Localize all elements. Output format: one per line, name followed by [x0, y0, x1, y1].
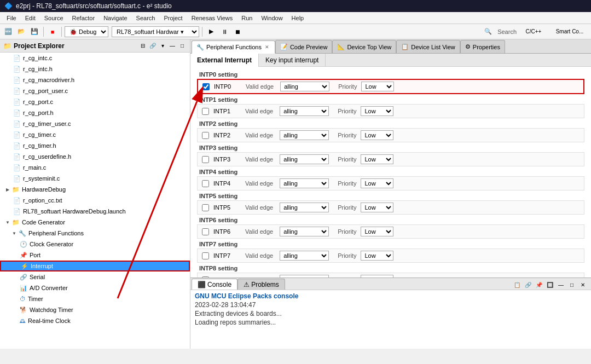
tree-item-interrupt[interactable]: ⚡ Interrupt [0, 261, 190, 271]
tree-item-timer[interactable]: ⏱ Timer [0, 293, 190, 304]
intp1-priority-select[interactable]: Low [361, 106, 393, 116]
tree-item-rl78-launch[interactable]: 📄 RL78_softuart HardwareDebug.launch [0, 206, 190, 217]
tree-label: Real-time Clock [28, 317, 71, 324]
intp4-checkbox[interactable] [202, 180, 209, 187]
tree-item-r_cg_timer_c[interactable]: 📄 r_cg_timer.c [0, 129, 190, 140]
intp5-checkbox[interactable] [202, 204, 209, 211]
intp2-valid-edge-select[interactable]: alling [280, 130, 329, 140]
tab-peripheral-functions[interactable]: 🔧 Peripheral Functions ✕ [192, 41, 275, 54]
menu-renesas[interactable]: Renesas Views [187, 14, 237, 22]
cc-btn[interactable]: C/C++ [520, 26, 547, 38]
tree-item-r_systeminit[interactable]: 📄 r_systeminit.c [0, 173, 190, 184]
menu-run[interactable]: Run [237, 14, 257, 22]
tab-device-top[interactable]: 📐 Device Top View [332, 40, 396, 53]
intp1-checkbox[interactable] [202, 108, 209, 115]
toolbar-open-btn[interactable]: 📂 [15, 26, 27, 38]
inner-tab-external-interrupt[interactable]: External Interrupt [190, 54, 259, 67]
menu-file[interactable]: File [2, 14, 21, 22]
intp7-checkbox[interactable] [202, 252, 209, 259]
tree-item-r_cg_timer_user[interactable]: 📄 r_cg_timer_user.c [0, 118, 190, 129]
intp0-priority-select[interactable]: Low Medium High [361, 82, 394, 91]
toolbar-stop2-btn[interactable]: ⏹ [231, 26, 244, 38]
hardware-select[interactable]: RL78_softuart Hardwar ▾ [112, 26, 199, 37]
console-action-4[interactable]: 🔲 [545, 280, 555, 290]
console-close[interactable]: ✕ [578, 280, 588, 290]
tree-item-r_cg_timer_h[interactable]: 📄 r_cg_timer.h [0, 140, 190, 151]
tree-item-serial[interactable]: 🔗 Serial [0, 271, 190, 282]
intp6-priority-select[interactable]: Low [361, 227, 393, 236]
titlebar-icon: 🔷 [4, 2, 13, 10]
menu-navigate[interactable]: Navigate [99, 14, 131, 22]
tree-item-r_cg_userdefine[interactable]: 📄 r_cg_userdefine.h [0, 151, 190, 162]
menu-project[interactable]: Project [159, 14, 187, 22]
intp3-checkbox[interactable] [202, 156, 209, 163]
intp6-priority-label: Priority [338, 228, 356, 235]
toolbar-stop-btn[interactable]: ■ [47, 26, 59, 38]
intp5-priority-select[interactable]: Low [361, 203, 393, 212]
intp6-valid-edge-select[interactable]: alling [280, 227, 329, 236]
intp7-priority-select[interactable]: Low [361, 251, 393, 261]
toolbar-pause-btn[interactable]: ⏸ [218, 26, 230, 38]
tree-item-r_cg_macrodriver[interactable]: 📄 r_cg_macrodriver.h [0, 74, 190, 85]
smart-co-btn[interactable]: Smart Co... [551, 26, 589, 38]
search-toolbar-btn[interactable]: 🔍 [482, 26, 494, 38]
bottom-tab-problems[interactable]: ⚠ Problems [237, 279, 285, 290]
tab-properties[interactable]: ⚙ Properties [460, 40, 505, 53]
inner-tab-key-input[interactable]: Key input interrupt [259, 54, 326, 67]
tree-item-r_main[interactable]: 📄 r_main.c [0, 162, 190, 173]
menu-window[interactable]: Window [257, 14, 287, 22]
tree-item-r_cg_intc_c[interactable]: 📄 r_cg_intc.c [0, 53, 190, 63]
tree-item-clock-generator[interactable]: 🕐 Clock Generator [0, 239, 190, 250]
tree-item-watchdog[interactable]: 🐕 Watchdog Timer [0, 304, 190, 315]
tree-item-r_cg_intc_h[interactable]: 📄 r_cg_intc.h [0, 63, 190, 74]
tree-item-peripheral-functions[interactable]: ▼ 🔧 Peripheral Functions [0, 228, 190, 239]
bottom-tab-console[interactable]: ⬛ Console [192, 279, 237, 290]
tab-device-list[interactable]: 📋 Device List View [396, 40, 460, 53]
intp4-priority-select[interactable]: Low [361, 178, 393, 188]
tree-item-r_cg_port_c[interactable]: 📄 r_cg_port.c [0, 96, 190, 107]
collapse-all-btn[interactable]: ⊟ [138, 42, 147, 50]
tab-close-icon[interactable]: ✕ [264, 44, 270, 50]
tree-item-realtime-clock[interactable]: 🕰 Real-time Clock [0, 315, 190, 326]
intp5-valid-edge-select[interactable]: alling [280, 203, 329, 212]
menu-refactor[interactable]: Refactor [68, 14, 100, 22]
intp0-checkbox[interactable] [202, 83, 210, 90]
intp2-checkbox[interactable] [202, 132, 209, 139]
pf-icon: 🔧 [19, 230, 26, 237]
menu-source[interactable]: Source [40, 14, 68, 22]
intp6-checkbox[interactable] [202, 228, 209, 235]
tree-item-r_option[interactable]: 📄 r_option_cc.txt [0, 195, 190, 206]
debug-select[interactable]: 🐞 Debug [65, 26, 108, 37]
console-minimize[interactable]: — [556, 280, 566, 290]
file-icon: 📄 [13, 208, 21, 215]
tree-item-hardware-debug[interactable]: ▶ 📁 HardwareDebug [0, 184, 190, 195]
intp3-priority-select[interactable]: Low [361, 154, 393, 164]
intp1-valid-edge-select[interactable]: alling [280, 106, 329, 116]
console-action-3[interactable]: 📌 [534, 280, 544, 290]
menu-help[interactable]: Help [287, 14, 309, 22]
tree-item-ad-converter[interactable]: 📊 A/D Converter [0, 282, 190, 293]
view-menu-btn[interactable]: ▾ [158, 42, 167, 50]
toolbar-new-btn[interactable]: 🆕 [2, 26, 14, 38]
intp2-priority-select[interactable]: Low [361, 130, 393, 140]
menu-search[interactable]: Search [132, 14, 160, 22]
tree-item-r_cg_port_h[interactable]: 📄 r_cg_port.h [0, 107, 190, 118]
tab-dl-label: Device List View [411, 44, 455, 50]
tree-item-code-generator[interactable]: ▼ 📁 Code Generator [0, 217, 190, 228]
intp7-valid-edge-select[interactable]: alling [280, 251, 329, 261]
tree-item-port[interactable]: 📌 Port [0, 250, 190, 261]
tab-code-preview[interactable]: 📝 Code Preview [275, 40, 332, 53]
toolbar-save-btn[interactable]: 💾 [28, 26, 40, 38]
menu-edit[interactable]: Edit [21, 14, 40, 22]
minimize-btn[interactable]: — [168, 42, 177, 50]
intp3-valid-edge-select[interactable]: alling [280, 154, 329, 164]
toolbar-run-btn[interactable]: ▶ [205, 26, 217, 38]
link-with-editor-btn[interactable]: 🔗 [148, 42, 157, 50]
console-action-2[interactable]: 🔗 [523, 280, 533, 290]
intp4-valid-edge-select[interactable]: alling [280, 178, 329, 188]
maximize-btn[interactable]: □ [178, 42, 187, 50]
console-action-1[interactable]: 📋 [512, 280, 522, 290]
console-maximize[interactable]: □ [567, 280, 577, 290]
intp0-valid-edge-select[interactable]: alling Rising Falling Both [280, 82, 329, 91]
tree-item-r_cg_port_user[interactable]: 📄 r_cg_port_user.c [0, 85, 190, 96]
